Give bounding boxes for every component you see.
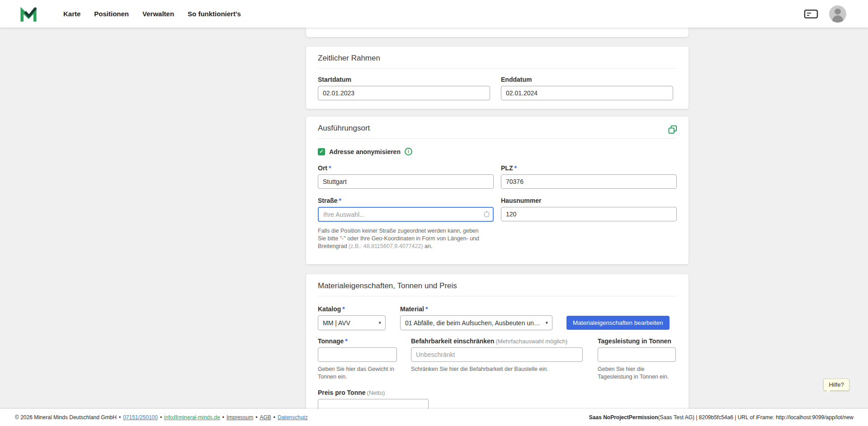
impressum-link[interactable]: Impressum <box>226 414 253 421</box>
tonnage-field: Tonnage* Geben Sie hier das Gewicht in T… <box>318 337 397 381</box>
enddatum-input[interactable] <box>501 86 673 100</box>
strasse-field: Straße* Falls die Position keiner Straße… <box>318 197 494 250</box>
enddatum-field: Enddatum <box>501 76 677 100</box>
material-label: Material* <box>400 305 552 313</box>
plz-label: PLZ* <box>501 164 677 172</box>
katalog-label: Katalog* <box>318 305 386 313</box>
footer-left: © 2026 Mineral Minds Deutschland GmbH • … <box>15 414 308 421</box>
partial-card <box>306 28 689 37</box>
avatar[interactable] <box>829 5 846 23</box>
tonnage-input[interactable] <box>318 347 397 362</box>
agb-link[interactable]: AGB <box>259 414 271 421</box>
edit-material-column: Materialeigenschaften bearbeiten <box>566 305 670 330</box>
email-link[interactable]: info@mineral-minds.de <box>164 414 220 421</box>
nav-item-so-funktionierts[interactable]: So funktioniert's <box>188 10 241 18</box>
anonymize-checkbox[interactable]: ✓ <box>318 148 325 155</box>
logo[interactable] <box>20 4 38 24</box>
katalog-select[interactable]: MM | AVV ▾ <box>318 315 386 330</box>
top-nav: Karte Positionen Verwalten So funktionie… <box>0 0 868 28</box>
startdatum-label: Startdatum <box>318 76 494 83</box>
startdatum-field: Startdatum <box>318 76 494 100</box>
befahrbarkeit-input[interactable] <box>411 347 583 362</box>
mineral-minds-logo-icon <box>20 5 37 23</box>
tonnage-hint: Geben Sie hier das Gewicht in Tonnen ein… <box>318 365 397 381</box>
hausnummer-label: Hausnummer <box>501 197 677 204</box>
hausnummer-input[interactable] <box>501 207 677 221</box>
footer-right: Saas NoProjectPermission (Saas Test AG) … <box>589 414 854 421</box>
katalog-field: Katalog* MM | AVV ▾ <box>318 305 386 330</box>
anonymize-label: Adresse anonymisieren <box>329 148 401 155</box>
loading-spinner-icon <box>484 211 490 217</box>
chevron-down-icon: ▾ <box>378 320 381 326</box>
check-icon: ✓ <box>319 149 323 154</box>
required-mark: * <box>425 305 428 313</box>
plz-field: PLZ* <box>501 164 677 189</box>
copyright-text: © 2026 Mineral Minds Deutschland GmbH <box>15 414 117 421</box>
startdatum-input[interactable] <box>318 86 490 100</box>
required-mark: * <box>339 197 341 204</box>
time-card: Zeitlicher Rahmen Startdatum Enddatum <box>306 47 689 109</box>
required-mark: * <box>329 164 331 172</box>
tagesleistung-field: Tagesleistung in Tonnen Geben Sie hier d… <box>598 337 676 381</box>
befahrbarkeit-hint: Schränken Sie hier die Befahrbarkeit der… <box>411 365 583 373</box>
required-mark: * <box>345 337 347 345</box>
ort-label: Ort* <box>318 164 494 172</box>
tagesleistung-input[interactable] <box>598 347 676 362</box>
time-card-title: Zeitlicher Rahmen <box>318 54 677 69</box>
help-button[interactable]: Hilfe? <box>823 379 849 391</box>
location-card-title: Ausführungsort <box>318 124 677 139</box>
strasse-label: Straße* <box>318 197 494 204</box>
required-mark: * <box>514 164 516 172</box>
tagesleistung-label: Tagesleistung in Tonnen <box>598 337 676 345</box>
tagesleistung-hint: Geben Sie hier die Tagesleistung in Tonn… <box>598 365 676 381</box>
befahrbarkeit-field: Befahrbarkeit einschränken(Mehrfachauswa… <box>411 337 583 373</box>
nav-right <box>804 5 846 23</box>
material-card: Materialeigenschaften, Tonnen und Preis … <box>306 274 689 426</box>
strasse-input[interactable] <box>318 207 494 222</box>
preis-label: Preis pro Tonne(Netto) <box>318 389 677 396</box>
material-field: Material* 01 Abfälle, die beim Aufsuchen… <box>400 305 552 330</box>
material-select[interactable]: 01 Abfälle, die beim Aufsuchen, Ausbeute… <box>400 315 552 330</box>
card-icon-glyph <box>804 8 818 20</box>
datenschutz-link[interactable]: Datenschutz <box>278 414 308 421</box>
ort-field: Ort* <box>318 164 494 189</box>
nav-item-karte[interactable]: Karte <box>63 10 80 18</box>
location-card: Ausführungsort ✓ Adresse anonymisieren i… <box>306 117 689 264</box>
ort-input[interactable] <box>318 174 494 189</box>
edit-material-button[interactable]: Materialeigenschaften bearbeiten <box>566 316 670 330</box>
main-nav: Karte Positionen Verwalten So funktionie… <box>63 10 241 18</box>
chevron-down-icon: ▾ <box>545 320 548 326</box>
enddatum-label: Enddatum <box>501 76 677 83</box>
anonymize-row: ✓ Adresse anonymisieren i <box>318 148 677 155</box>
info-icon[interactable]: i <box>405 148 412 155</box>
nav-item-verwalten[interactable]: Verwalten <box>142 10 174 18</box>
nav-item-positionen[interactable]: Positionen <box>94 10 129 18</box>
person-icon <box>829 5 846 23</box>
hausnummer-field: Hausnummer <box>501 197 677 250</box>
strasse-hint: Falls die Position keiner Straße zugeord… <box>318 227 490 250</box>
material-card-title: Materialeigenschaften, Tonnen und Preis <box>318 281 677 296</box>
plz-input[interactable] <box>501 174 677 189</box>
befahrbarkeit-label: Befahrbarkeit einschränken(Mehrfachauswa… <box>411 337 583 345</box>
footer: © 2026 Mineral Minds Deutschland GmbH • … <box>0 409 868 426</box>
required-mark: * <box>342 305 344 313</box>
saas-info-text: (Saas Test AG) | 8209b5fc54a6 | URL of i… <box>658 414 854 421</box>
form-column: Zeitlicher Rahmen Startdatum Enddatum Au… <box>306 0 689 426</box>
phone-link[interactable]: 07151/250100 <box>123 414 158 421</box>
copy-icon[interactable] <box>668 125 678 135</box>
tonnage-label: Tonnage* <box>318 337 397 345</box>
saas-permission-label: Saas NoProjectPermission <box>589 414 658 421</box>
card-icon[interactable] <box>804 8 818 20</box>
